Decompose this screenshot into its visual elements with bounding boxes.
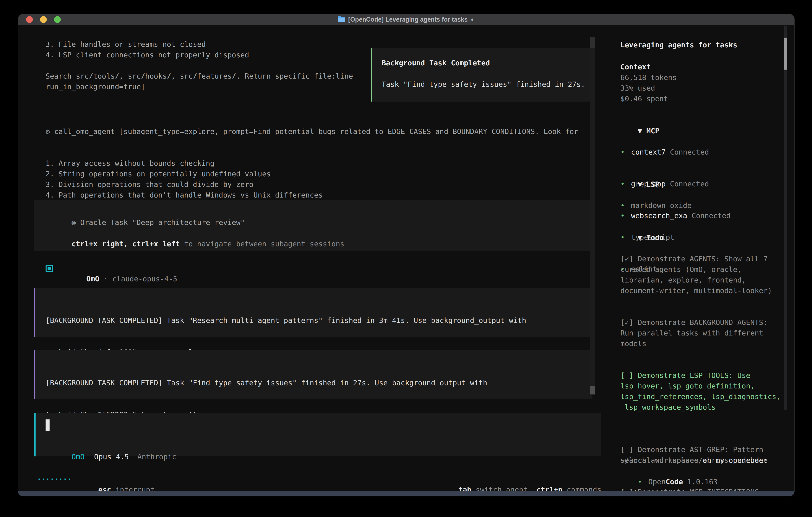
sidebar-scrollbar-track[interactable]: [784, 26, 787, 410]
tool-call-first-line: call_omo_agent [subagent_type=explore, p…: [54, 127, 578, 136]
todo-item-done: [✓] Demonstrate BACKGROUND AGENTS:Run pa…: [620, 317, 786, 349]
separator-dot: ·: [104, 275, 108, 283]
bullet-icon: •: [620, 147, 631, 157]
repo-name: oh-my-opencode:: [703, 456, 767, 464]
message-line: [BACKGROUND TASK COMPLETED] Task "Resear…: [46, 315, 526, 326]
chat-scrollbar-track[interactable]: [590, 37, 594, 395]
input-provider-name: Anthropic: [137, 453, 176, 461]
context-heading: Context: [620, 61, 651, 72]
scrollback-text: 3. File handles or streams not closed4. …: [46, 39, 353, 92]
titlebar: [OpenCode] Leveraging agents for tasks ◐: [18, 14, 794, 25]
zoom-window-button[interactable]: [54, 16, 61, 23]
mcp-item: •context7 Connected: [620, 147, 731, 157]
brand-prefix: Open: [648, 478, 666, 486]
todo-item-done: [✓] Demonstrate AGENTS: Show all 7curate…: [620, 253, 786, 296]
brand-suffix: Code: [666, 478, 683, 486]
notification-title: Background Task Completed: [382, 58, 490, 68]
window-controls: [26, 16, 61, 23]
minimize-window-button[interactable]: [40, 16, 47, 23]
bullet-icon: •: [638, 477, 648, 487]
message-line: [BACKGROUND TASK COMPLETED] Task "Find t…: [46, 377, 487, 388]
chat-scrollbar-top-thumb[interactable]: [590, 37, 594, 48]
chat-scrollbar-thumb[interactable]: [590, 386, 594, 394]
record-icon: ◉: [71, 218, 76, 226]
prompt-input[interactable]: OmOOpus 4.5Anthropic: [34, 413, 601, 456]
message-card: [BACKGROUND TASK COMPLETED] Task "Find t…: [34, 350, 592, 399]
keybind-hint: ctrl+x right, ctrl+x left: [71, 240, 180, 248]
mcp-status: Connected: [692, 212, 730, 220]
oracle-task-title: Oracle Task "Deep architecture review": [80, 218, 245, 226]
bullet-icon: •: [620, 200, 631, 211]
context-stats: 66,518 tokens33% used$0.46 spent: [620, 72, 677, 104]
todo-item-active: [ ] Demonstrate LSP TOOLS: Uselsp_hover,…: [620, 370, 786, 412]
input-agent-name: OmO: [71, 453, 85, 461]
agent-name: OmO: [86, 275, 99, 283]
version-number: 1.0.163: [687, 478, 718, 486]
sidebar-scrollbar-thumb[interactable]: [784, 37, 787, 70]
input-model-name: Opus 4.5: [94, 453, 129, 461]
lsp-item: •markdown-oxide: [620, 200, 692, 211]
path-prefix: ~/local-workspaces/: [620, 456, 703, 464]
window-title: [OpenCode] Leveraging agents for tasks: [348, 16, 468, 23]
close-window-button[interactable]: [26, 16, 33, 23]
spinner-dots: ········: [37, 474, 71, 484]
context-half-circle-icon: ◐: [471, 16, 475, 23]
agent-model: claude-opus-4-5: [112, 275, 177, 283]
session-title: Leveraging agents for tasks: [620, 39, 737, 50]
screen: { "window": { "title": "[OpenCode] Lever…: [0, 0, 812, 517]
gear-icon: ⚙: [46, 127, 50, 136]
background-task-notification: Background Task Completed Task "Find typ…: [371, 48, 593, 102]
message-card: [BACKGROUND TASK COMPLETED] Task "Resear…: [34, 288, 592, 337]
keybind-hint-label: to navigate between subagent sessions: [180, 240, 345, 248]
agent-checkbox-icon: [46, 265, 53, 272]
app-window: [OpenCode] Leveraging agents for tasks ◐…: [18, 14, 794, 496]
lsp-name: markdown-oxide: [631, 201, 692, 210]
mcp-status: Connected: [670, 148, 709, 156]
notification-body: Task "Find type safety issues" finished …: [382, 79, 585, 89]
folder-icon: [338, 17, 345, 22]
window-bottom-strip: [18, 491, 794, 496]
text-cursor: [46, 419, 50, 431]
mcp-name: context7: [631, 148, 666, 156]
oracle-task-box: ◉ Oracle Task "Deep architecture review"…: [34, 200, 592, 251]
